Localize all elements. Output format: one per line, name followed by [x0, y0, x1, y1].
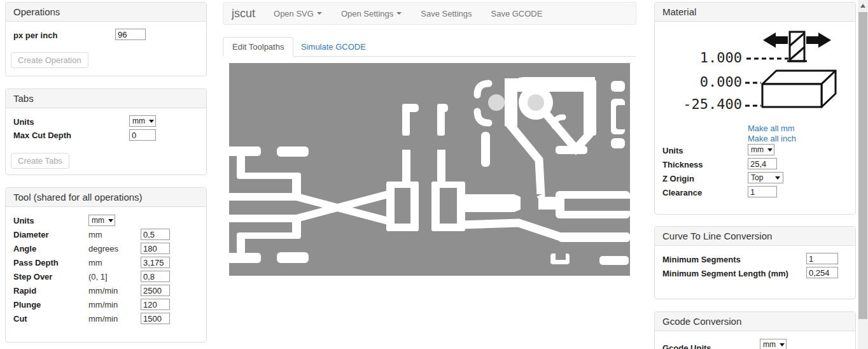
tabs-panel-title: Tabs [6, 89, 206, 108]
save-settings-button[interactable]: Save Settings [411, 3, 481, 24]
gcode-units-select[interactable]: mm [760, 339, 787, 349]
tool-row-unit: mm [88, 258, 102, 267]
material-block-icon [762, 71, 836, 107]
tool-row-label: Cut [13, 314, 27, 324]
z-origin-select[interactable]: Top [748, 172, 783, 183]
toolpath-preview-svg[interactable] [229, 63, 630, 276]
tool-row-unit: degrees [88, 244, 118, 253]
material-level-surface: 0.000 [700, 74, 742, 90]
tool-row-label: Diameter [13, 230, 49, 239]
min-segment-length-label: Minimum Segment Length (mm) [662, 269, 788, 278]
save-gcode-button[interactable]: Save GCODE [482, 3, 552, 24]
app-brand[interactable]: jscut [223, 7, 264, 20]
cut-input[interactable] [141, 313, 170, 324]
min-segments-label: Minimum Segments [662, 255, 741, 264]
material-units-select[interactable]: mm [748, 144, 774, 155]
tool-row-label: Plunge [13, 300, 41, 310]
make-all-inch-link[interactable]: Make all inch [748, 134, 796, 143]
cutter-bit-icon [787, 32, 807, 61]
tab-edit-toolpaths[interactable]: Edit Toolpaths [223, 37, 293, 57]
open-settings-menu[interactable]: Open Settings [332, 3, 411, 24]
thickness-label: Thickness [662, 160, 703, 169]
material-diagram: 1.000 0.000 -25.400 [660, 25, 851, 121]
curve-conversion-panel: Curve To Line Conversion Minimum Segment… [654, 226, 856, 299]
material-panel-title: Material [655, 3, 855, 22]
caret-down-icon [317, 12, 322, 15]
tool-row-unit: (0, 1] [88, 272, 108, 281]
material-level-top: 1.000 [700, 50, 742, 66]
tabs-units-value: mm [132, 117, 145, 125]
gcode-conversion-panel: Gcode Conversion Gcode Units mm [654, 311, 856, 349]
tool-row-label: Rapid [13, 286, 36, 296]
tool-row-unit: mm [88, 230, 102, 239]
diameter-input[interactable] [141, 229, 170, 240]
clearance-input[interactable] [748, 186, 777, 197]
z-origin-value: Top [751, 173, 763, 182]
vertical-scrollbar[interactable] [858, 0, 868, 349]
curve-panel-title: Curve To Line Conversion [655, 227, 855, 246]
gcode-panel-title: Gcode Conversion [655, 312, 855, 331]
gcode-units-value: mm [763, 340, 776, 349]
tool-panel: Tool (shared for all operations) Units m… [5, 187, 207, 343]
pass-depth-input[interactable] [141, 257, 170, 268]
main-toolbar: jscut Open SVG Open Settings Save Settin… [223, 2, 636, 25]
drill-hole [528, 94, 544, 111]
tool-units-select[interactable]: mm [88, 215, 115, 226]
z-origin-label: Z Origin [662, 174, 694, 183]
tool-panel-title: Tool (shared for all operations) [6, 188, 206, 207]
tabs-units-select[interactable]: mm [129, 115, 156, 127]
material-panel: Material 1.000 0.000 -25.400 [654, 2, 856, 215]
rapid-input[interactable] [141, 285, 170, 296]
caret-down-icon [396, 12, 402, 15]
open-svg-label: Open SVG [274, 9, 314, 18]
clearance-label: Clearance [662, 188, 702, 197]
angle-input[interactable] [141, 243, 170, 254]
tool-row-unit: mm/min [88, 286, 118, 296]
tabs-units-label: Units [13, 117, 34, 127]
material-units-value: mm [751, 145, 764, 154]
open-svg-menu[interactable]: Open SVG [264, 3, 332, 24]
tabs-panel: Tabs Units mm Max Cut Depth Create Tabs [5, 89, 207, 175]
drill-hole [488, 94, 505, 111]
view-tabs: Edit Toolpaths Simulate GCODE [223, 37, 636, 57]
tool-row-label: Pass Depth [13, 258, 59, 267]
material-level-bottom: -25.400 [683, 96, 742, 112]
material-units-label: Units [662, 146, 683, 155]
px-per-inch-input[interactable] [115, 29, 146, 40]
plunge-input[interactable] [141, 299, 170, 310]
dropdown-arrow-icon [767, 148, 773, 152]
dropdown-arrow-icon [775, 176, 780, 180]
scrollbar-up-arrow-icon[interactable] [860, 4, 865, 8]
scrollbar-thumb[interactable] [858, 12, 867, 319]
operations-panel: Operations px per inch Create Operation [5, 2, 207, 76]
tool-row-unit: mm/min [88, 314, 118, 324]
min-segment-length-input[interactable] [806, 267, 838, 278]
step-over-input[interactable] [141, 271, 170, 282]
open-settings-label: Open Settings [341, 9, 393, 18]
operations-panel-title: Operations [6, 3, 206, 22]
make-all-mm-link[interactable]: Make all mm [748, 124, 795, 133]
max-cut-depth-input[interactable] [129, 129, 156, 141]
create-tabs-button[interactable]: Create Tabs [11, 153, 69, 169]
px-per-inch-label: px per inch [13, 31, 57, 40]
tab-simulate-gcode[interactable]: Simulate GCODE [291, 37, 375, 57]
gcode-units-label: Gcode Units [662, 343, 711, 349]
tool-units-label: Units [13, 216, 34, 225]
tool-row-label: Step Over [13, 272, 52, 281]
tool-row-unit: mm/min [88, 300, 118, 310]
tool-row-label: Angle [13, 244, 36, 253]
dropdown-arrow-icon [780, 343, 785, 346]
dropdown-arrow-icon [108, 219, 113, 222]
max-cut-depth-label: Max Cut Depth [13, 131, 71, 140]
tool-units-value: mm [92, 216, 104, 225]
pcb-copper-area [229, 63, 630, 276]
dropdown-arrow-icon [149, 120, 154, 123]
thickness-input[interactable] [748, 158, 777, 169]
create-operation-button[interactable]: Create Operation [11, 52, 88, 68]
min-segments-input[interactable] [806, 253, 838, 264]
